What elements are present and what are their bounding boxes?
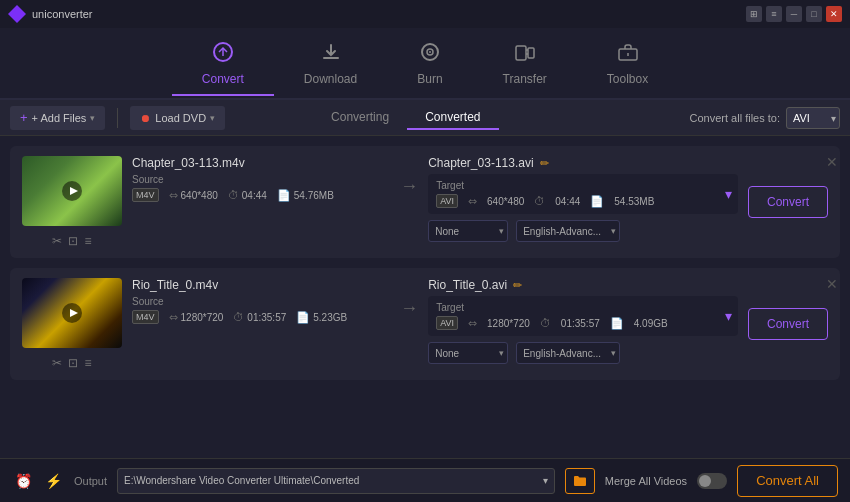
nav-convert[interactable]: Convert <box>172 33 274 96</box>
transfer-nav-icon <box>514 41 536 68</box>
target-box-2: Target AVI ⇔ 1280*720 ⏱ 01:35:57 📄 4.09G… <box>428 296 738 336</box>
source-details-1: M4V ⇔ 640*480 ⏱ 04:44 📄 54.76MB <box>132 188 390 202</box>
thumbnail-col-2: ✂ ⊡ ≡ <box>22 278 122 370</box>
burn-nav-icon <box>419 41 441 68</box>
tab-converting[interactable]: Converting <box>313 106 407 130</box>
menu-icon[interactable]: ≡ <box>766 6 782 22</box>
add-files-label: + Add Files <box>32 112 87 124</box>
add-files-button[interactable]: + + Add Files ▾ <box>10 106 105 130</box>
convert-all-files-area: Convert all files to: AVI MP4 MOV MKV <box>690 107 840 129</box>
footer-icons: ⏰ ⚡ <box>12 470 64 492</box>
target-col-2: Rio_Title_0.avi ✏ Target AVI ⇔ 1280*720 … <box>428 278 738 364</box>
toolbar: + + Add Files ▾ ⏺ Load DVD ▾ Converting … <box>0 100 850 136</box>
bottom-selects-2: None English-Advanc... <box>428 342 738 364</box>
load-dvd-arrow: ▾ <box>210 113 215 123</box>
edit-icon-2[interactable]: ✏ <box>513 279 522 292</box>
output-label: Output <box>74 475 107 487</box>
nav-download[interactable]: Download <box>274 33 387 96</box>
toolbox-nav-icon <box>617 41 639 68</box>
crop-icon[interactable]: ⊡ <box>68 234 78 248</box>
thumbnail-col: ✂ ⊡ ≡ <box>22 156 122 248</box>
thumb-controls-1: ✂ ⊡ ≡ <box>22 234 122 248</box>
app-name: uniconverter <box>32 8 93 20</box>
cut-icon-2[interactable]: ✂ <box>52 356 62 370</box>
nav-bar: Convert Download Burn <box>0 28 850 100</box>
source-size-2: 📄 5.23GB <box>296 311 347 324</box>
output-path-wrap: E:\Wondershare Video Converter Ultimate\… <box>117 468 555 494</box>
merge-label: Merge All Videos <box>605 475 687 487</box>
file-info-1: Chapter_03-113.m4v Source M4V ⇔ 640*480 … <box>132 156 390 202</box>
svg-point-4 <box>429 51 431 53</box>
subtitle-select-2[interactable]: None <box>428 342 508 364</box>
crop-icon-2[interactable]: ⊡ <box>68 356 78 370</box>
target-dropdown-2[interactable]: ▾ <box>725 308 732 324</box>
nav-transfer[interactable]: Transfer <box>473 33 577 96</box>
source-details-2: M4V ⇔ 1280*720 ⏱ 01:35:57 📄 5.23GB <box>132 310 390 324</box>
close-item-2[interactable]: ✕ <box>826 276 838 292</box>
app-logo <box>8 5 26 23</box>
lightning-icon[interactable]: ⚡ <box>42 470 64 492</box>
convert-tabs: Converting Converted <box>313 106 498 130</box>
close-item-1[interactable]: ✕ <box>826 154 838 170</box>
nav-transfer-label: Transfer <box>503 72 547 86</box>
load-dvd-button[interactable]: ⏺ Load DVD ▾ <box>130 106 225 130</box>
target-dropdown-1[interactable]: ▾ <box>725 186 732 202</box>
source-format-1: M4V <box>132 188 159 202</box>
format-select-wrapper: AVI MP4 MOV MKV <box>786 107 840 129</box>
thumb-controls-2: ✂ ⊡ ≡ <box>22 356 122 370</box>
convert-all-label: Convert all files to: <box>690 112 780 124</box>
nav-download-label: Download <box>304 72 357 86</box>
convert-nav-icon <box>212 41 234 68</box>
target-details-2: AVI ⇔ 1280*720 ⏱ 01:35:57 📄 4.09GB <box>436 316 730 330</box>
nav-convert-label: Convert <box>202 72 244 86</box>
file-item: ✂ ⊡ ≡ Chapter_03-113.m4v Source M4V ⇔ 64… <box>10 146 840 258</box>
file-name-1: Chapter_03-113.m4v <box>132 156 390 170</box>
minimize-button[interactable]: ─ <box>786 6 802 22</box>
effects-icon-2[interactable]: ≡ <box>84 356 91 370</box>
nav-burn[interactable]: Burn <box>387 33 472 96</box>
source-res-2: ⇔ 1280*720 <box>169 311 224 324</box>
edit-icon-1[interactable]: ✏ <box>540 157 549 170</box>
thumb-overlay-2 <box>22 278 122 348</box>
thumbnail-2 <box>22 278 122 348</box>
nav-toolbox[interactable]: Toolbox <box>577 33 678 96</box>
cut-icon[interactable]: ✂ <box>52 234 62 248</box>
file-item-2: ✂ ⊡ ≡ Rio_Title_0.m4v Source M4V ⇔ 1280*… <box>10 268 840 380</box>
effects-icon[interactable]: ≡ <box>84 234 91 248</box>
thumbnail-1 <box>22 156 122 226</box>
nav-toolbox-label: Toolbox <box>607 72 648 86</box>
subtitle-select-1[interactable]: None <box>428 220 508 242</box>
format-select[interactable]: AVI MP4 MOV MKV <box>786 107 840 129</box>
file-info-2: Rio_Title_0.m4v Source M4V ⇔ 1280*720 ⏱ … <box>132 278 390 324</box>
toolbar-divider <box>117 108 118 128</box>
bottom-selects-1: None English-Advanc... <box>428 220 738 242</box>
convert-button-2[interactable]: Convert <box>748 308 828 340</box>
target-details-1: AVI ⇔ 640*480 ⏱ 04:44 📄 54.53MB <box>436 194 730 208</box>
source-dur-2: ⏱ 01:35:57 <box>233 311 286 323</box>
audio-select-wrap-2: English-Advanc... <box>516 342 620 364</box>
output-path: E:\Wondershare Video Converter Ultimate\… <box>124 475 539 486</box>
close-button[interactable]: ✕ <box>826 6 842 22</box>
merge-toggle[interactable] <box>697 473 727 489</box>
folder-button[interactable] <box>565 468 595 494</box>
tab-converted[interactable]: Converted <box>407 106 498 130</box>
subtitle-select-wrap-2: None <box>428 342 508 364</box>
audio-select-1[interactable]: English-Advanc... <box>516 220 620 242</box>
source-res-1: ⇔ 640*480 <box>169 189 218 202</box>
convert-button-1[interactable]: Convert <box>748 186 828 218</box>
dvd-icon: ⏺ <box>140 112 151 124</box>
source-size-1: 📄 54.76MB <box>277 189 334 202</box>
target-col-1: Chapter_03-113.avi ✏ Target AVI ⇔ 640*48… <box>428 156 738 242</box>
nav-burn-label: Burn <box>417 72 442 86</box>
convert-all-button[interactable]: Convert All <box>737 465 838 497</box>
svg-rect-6 <box>528 48 534 58</box>
clock-icon[interactable]: ⏰ <box>12 470 34 492</box>
maximize-button[interactable]: □ <box>806 6 822 22</box>
audio-select-2[interactable]: English-Advanc... <box>516 342 620 364</box>
target-name-1: Chapter_03-113.avi ✏ <box>428 156 738 170</box>
output-arrow: ▾ <box>543 475 548 486</box>
add-files-arrow: ▾ <box>90 113 95 123</box>
settings-icon[interactable]: ⊞ <box>746 6 762 22</box>
load-dvd-label: Load DVD <box>155 112 206 124</box>
plus-icon: + <box>20 110 28 125</box>
